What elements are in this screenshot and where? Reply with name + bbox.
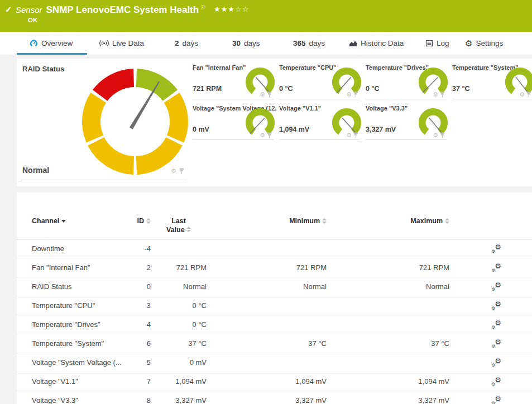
edit-channel-gears-icon[interactable]: ⚙⚙ — [491, 301, 501, 310]
channel-id: 5 — [123, 358, 151, 367]
mini-gauge-value: 37 °C — [452, 85, 469, 93]
gauge-settings-gear-icon[interactable]: ⚙ — [260, 92, 265, 98]
pin-gauge-icon[interactable] — [353, 92, 358, 98]
pin-gauge-icon[interactable] — [267, 132, 272, 138]
tab-number: 365 — [293, 39, 306, 47]
gauges-panel: RAID Status Normal ⚙ Fan "Internal Fan" … — [17, 59, 532, 186]
edit-channel-gears-icon[interactable]: ⚙⚙ — [491, 339, 501, 348]
tab-label: days — [244, 39, 260, 47]
mini-gauge-title: Fan "Internal Fan" — [193, 64, 246, 71]
area-chart-icon — [349, 40, 357, 47]
mini-gauge-grid: Fan "Internal Fan" 721 RPM ⚙ Temperature… — [193, 59, 532, 140]
channel-maximum: 1,094 mV — [327, 377, 449, 386]
tab-historic-data[interactable]: Historic Data — [349, 32, 404, 55]
divider — [21, 180, 187, 180]
gauge-settings-gear-icon[interactable]: ⚙ — [171, 168, 176, 174]
table-row[interactable]: Voltage "System Voltage (... 5 0 mV ⚙⚙ — [17, 353, 532, 372]
edit-channel-gears-icon[interactable]: ⚙⚙ — [491, 377, 501, 386]
pin-gauge-icon[interactable] — [353, 132, 358, 138]
sort-updown-icon[interactable] — [445, 218, 449, 224]
channel-last-value: 37 °C — [151, 339, 207, 348]
pin-gauge-icon[interactable] — [526, 92, 531, 98]
channel-last-value: 0 °C — [151, 301, 207, 310]
divider — [279, 140, 360, 140]
gauge-icon — [30, 39, 38, 47]
edit-channel-gears-icon[interactable]: ⚙⚙ — [491, 244, 501, 253]
column-header-minimum[interactable]: Minimum — [207, 217, 327, 225]
channel-table-panel: ChannelIDLast Value MinimumMaximum Downt… — [17, 193, 532, 404]
channel-name: Temperature "System" — [17, 339, 123, 348]
channel-name: Downtime — [17, 244, 123, 253]
column-header-channel[interactable]: Channel — [17, 217, 123, 225]
edit-channel-gears-icon[interactable]: ⚙⚙ — [491, 396, 501, 404]
edit-channel-gears-icon[interactable]: ⚙⚙ — [491, 263, 501, 272]
raid-gauge-value: Normal — [22, 166, 49, 175]
column-header-maximum[interactable]: Maximum — [327, 217, 449, 225]
priority-stars[interactable]: ★★★☆☆ — [214, 5, 249, 13]
mini-gauge-tile: Voltage "V3.3" 3,327 mV ⚙ — [366, 99, 452, 140]
column-header-last-value[interactable]: Last Value — [151, 217, 207, 234]
tab-365-days[interactable]: 365 days — [293, 32, 325, 55]
tab-overview[interactable]: Overview — [30, 32, 73, 55]
tab-bar: Overview Live Data 2 days 30 days 365 da… — [0, 32, 532, 55]
gauge-settings-gear-icon[interactable]: ⚙ — [433, 132, 438, 138]
column-header-id[interactable]: ID — [123, 217, 151, 225]
log-list-icon — [425, 40, 433, 47]
channel-last-value: Normal — [151, 282, 207, 291]
channel-minimum: 721 RPM — [207, 263, 327, 272]
pin-gauge-icon[interactable] — [179, 168, 184, 174]
edit-channel-gears-icon[interactable]: ⚙⚙ — [491, 320, 501, 329]
table-row[interactable]: Voltage "V1.1" 7 1,094 mV 1,094 mV 1,094… — [17, 372, 532, 391]
gear-icon: ⚙ — [465, 39, 472, 47]
priority-flag-icon[interactable]: ⚐ — [200, 4, 206, 11]
channel-id: 6 — [123, 339, 151, 348]
sort-updown-icon[interactable] — [146, 218, 151, 224]
mini-gauge-title: Voltage "V3.3" — [366, 105, 408, 112]
sort-updown-icon[interactable] — [186, 227, 191, 232]
edit-channel-gears-icon[interactable]: ⚙⚙ — [491, 358, 501, 367]
table-row[interactable]: Temperature "System" 6 37 °C 37 °C 37 °C… — [17, 334, 532, 353]
tab-30-days[interactable]: 30 days — [232, 32, 260, 55]
channel-name: Fan "Internal Fan" — [17, 263, 123, 272]
pin-gauge-icon[interactable] — [440, 132, 445, 138]
channel-maximum: Normal — [327, 282, 449, 291]
gauge-settings-gear-icon[interactable]: ⚙ — [519, 92, 525, 98]
tab-log[interactable]: Log — [425, 32, 449, 55]
channel-id: 3 — [123, 301, 151, 310]
pin-gauge-icon[interactable] — [267, 92, 272, 98]
channel-minimum: Normal — [207, 282, 327, 291]
edit-channel-gears-icon[interactable]: ⚙⚙ — [491, 282, 501, 291]
tab-live-data[interactable]: Live Data — [99, 32, 144, 55]
gauge-settings-gear-icon[interactable]: ⚙ — [433, 92, 438, 98]
channel-name: Temperature "CPU" — [17, 301, 123, 310]
dropdown-arrow-icon[interactable] — [61, 220, 66, 223]
tab-settings[interactable]: ⚙ Settings — [465, 32, 503, 55]
mini-gauge-value: 0 mV — [193, 126, 209, 133]
broadcast-icon — [99, 40, 109, 47]
tab-2-days[interactable]: 2 days — [175, 32, 198, 55]
table-row[interactable]: RAID Status 0 Normal Normal Normal ⚙⚙ — [17, 277, 532, 296]
table-row[interactable]: Temperature "Drives" 4 0 °C ⚙⚙ — [17, 315, 532, 334]
pin-gauge-icon[interactable] — [440, 92, 445, 98]
gauge-settings-gear-icon[interactable]: ⚙ — [346, 132, 352, 138]
channel-minimum: 37 °C — [207, 339, 327, 348]
ok-check-icon: ✓ — [5, 4, 12, 15]
table-row[interactable]: Downtime -4 ⚙⚙ — [17, 239, 532, 258]
channel-id: 7 — [123, 377, 151, 386]
divider — [452, 99, 532, 99]
mini-gauge-tile: Temperature "CPU" 0 °C ⚙ — [279, 59, 366, 99]
divider — [193, 140, 274, 140]
sensor-status-header: ✓ SensorSNMP LenovoEMC System Health⚐★★★… — [0, 0, 532, 32]
tab-label: days — [183, 39, 199, 47]
gauge-settings-gear-icon[interactable]: ⚙ — [346, 92, 352, 98]
gauge-settings-gear-icon[interactable]: ⚙ — [260, 132, 265, 138]
table-row[interactable]: Fan "Internal Fan" 2 721 RPM 721 RPM 721… — [17, 258, 532, 277]
sort-updown-icon[interactable] — [322, 218, 327, 224]
channel-id: 2 — [123, 263, 151, 272]
channel-last-value: 0 °C — [151, 320, 207, 329]
channel-table-body: Downtime -4 ⚙⚙ Fan "Internal Fan" 2 721 … — [17, 239, 532, 404]
channel-last-value: 1,094 mV — [151, 377, 207, 386]
channel-last-value: 721 RPM — [151, 263, 207, 272]
table-row[interactable]: Temperature "CPU" 3 0 °C ⚙⚙ — [17, 296, 532, 315]
table-row[interactable]: Voltage "V3.3" 8 3,327 mV 3,327 mV 3,327… — [17, 391, 532, 404]
